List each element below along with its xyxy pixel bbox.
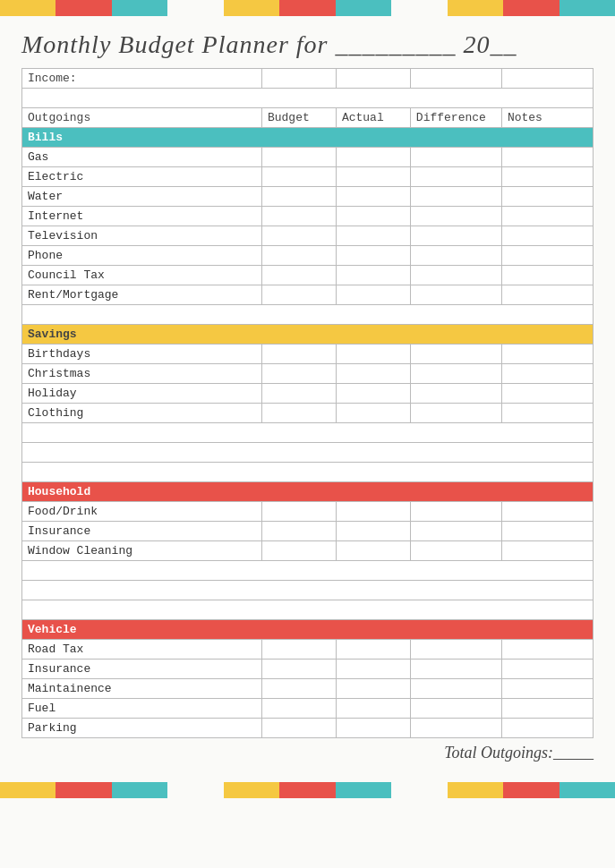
item-actual xyxy=(336,364,410,384)
table-row: Holiday xyxy=(22,384,594,404)
col-notes-header: Notes xyxy=(501,108,593,128)
item-label: Christmas xyxy=(22,364,262,384)
item-budget xyxy=(261,148,336,167)
item-notes xyxy=(501,266,593,285)
vehicle-section-header: Vehicle xyxy=(22,620,594,640)
item-diff xyxy=(410,640,501,660)
item-diff xyxy=(410,246,501,266)
item-label: Holiday xyxy=(22,384,262,404)
item-notes xyxy=(501,502,593,522)
item-budget xyxy=(261,187,336,207)
item-notes xyxy=(501,640,593,660)
item-diff xyxy=(410,679,501,699)
item-actual xyxy=(336,187,410,207)
table-row: Electric xyxy=(22,167,594,187)
item-notes xyxy=(501,148,593,167)
item-actual xyxy=(336,640,410,660)
item-budget xyxy=(261,207,336,226)
total-outgoings: Total Outgoings:_____ xyxy=(21,738,594,766)
bills-label: Bills xyxy=(22,128,594,148)
item-diff xyxy=(410,404,501,423)
spacer-row xyxy=(22,443,594,463)
table-row: Fuel xyxy=(22,699,594,719)
item-label: Electric xyxy=(22,167,262,187)
bills-section-header: Bills xyxy=(22,128,594,148)
item-notes xyxy=(501,207,593,226)
item-actual xyxy=(336,541,410,561)
item-label: Rent/Mortgage xyxy=(22,285,262,305)
item-budget xyxy=(261,541,336,561)
spacer-row xyxy=(22,561,594,581)
table-row: Insurance xyxy=(22,660,594,679)
spacer-row xyxy=(22,600,594,620)
table-row: Food/Drink xyxy=(22,502,594,522)
item-budget xyxy=(261,266,336,285)
col-outgoings-header: Outgoings xyxy=(22,108,262,128)
bottom-color-bar xyxy=(0,782,615,798)
item-actual xyxy=(336,502,410,522)
spacer-row xyxy=(22,89,594,108)
item-notes xyxy=(501,246,593,266)
item-notes xyxy=(501,541,593,561)
savings-label: Savings xyxy=(22,325,594,345)
item-notes xyxy=(501,345,593,364)
item-actual xyxy=(336,207,410,226)
item-label: Council Tax xyxy=(22,266,262,285)
top-color-bar xyxy=(0,0,615,16)
item-actual xyxy=(336,384,410,404)
item-notes xyxy=(501,522,593,541)
column-headers: Outgoings Budget Actual Difference Notes xyxy=(22,108,594,128)
item-actual xyxy=(336,285,410,305)
item-actual xyxy=(336,148,410,167)
table-row: Road Tax xyxy=(22,640,594,660)
item-label: Window Cleaning xyxy=(22,541,262,561)
item-diff xyxy=(410,541,501,561)
item-diff xyxy=(410,384,501,404)
col-actual-header: Actual xyxy=(336,108,410,128)
item-actual xyxy=(336,226,410,246)
item-budget xyxy=(261,522,336,541)
item-diff xyxy=(410,345,501,364)
item-notes xyxy=(501,679,593,699)
table-row: Water xyxy=(22,187,594,207)
table-row: Clothing xyxy=(22,404,594,423)
spacer-row xyxy=(22,305,594,325)
item-notes xyxy=(501,699,593,719)
item-label: Clothing xyxy=(22,404,262,423)
item-label: Insurance xyxy=(22,522,262,541)
item-label: Road Tax xyxy=(22,640,262,660)
item-label: Parking xyxy=(22,719,262,738)
table-row: Phone xyxy=(22,246,594,266)
item-budget xyxy=(261,404,336,423)
item-actual xyxy=(336,266,410,285)
item-diff xyxy=(410,502,501,522)
income-budget xyxy=(261,69,336,89)
item-budget xyxy=(261,167,336,187)
item-label: Television xyxy=(22,226,262,246)
table-row: Parking xyxy=(22,719,594,738)
item-actual xyxy=(336,699,410,719)
item-label: Fuel xyxy=(22,699,262,719)
item-actual xyxy=(336,167,410,187)
item-actual xyxy=(336,404,410,423)
savings-section-header: Savings xyxy=(22,325,594,345)
item-actual xyxy=(336,660,410,679)
page: Monthly Budget Planner for _________ 20_… xyxy=(0,0,615,868)
item-diff xyxy=(410,167,501,187)
item-diff xyxy=(410,719,501,738)
item-budget xyxy=(261,246,336,266)
table-row: Council Tax xyxy=(22,266,594,285)
item-budget xyxy=(261,502,336,522)
item-budget xyxy=(261,285,336,305)
item-notes xyxy=(501,187,593,207)
item-actual xyxy=(336,345,410,364)
col-difference-header: Difference xyxy=(410,108,501,128)
table-row: Gas xyxy=(22,148,594,167)
item-diff xyxy=(410,364,501,384)
item-budget xyxy=(261,345,336,364)
item-notes xyxy=(501,285,593,305)
item-actual xyxy=(336,246,410,266)
item-diff xyxy=(410,522,501,541)
col-budget-header: Budget xyxy=(261,108,336,128)
item-diff xyxy=(410,660,501,679)
